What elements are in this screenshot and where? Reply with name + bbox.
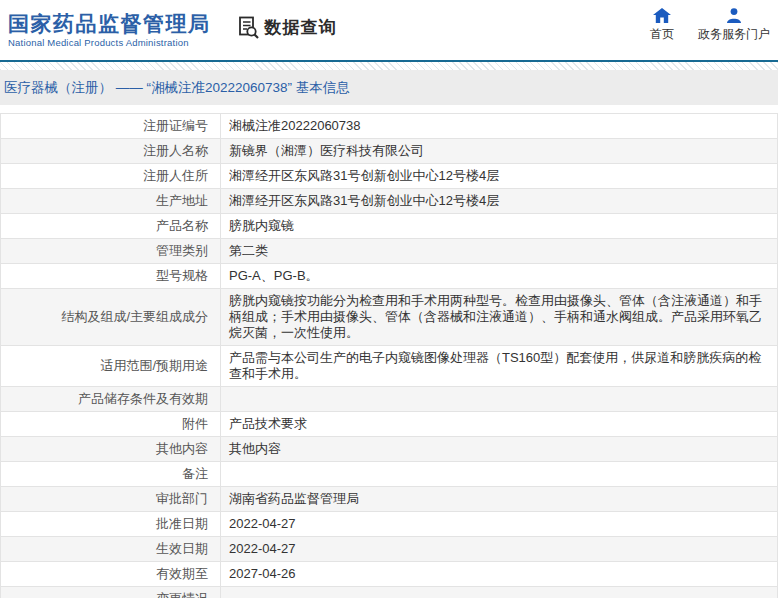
- row-label: 有效期至: [1, 562, 221, 587]
- row-value: 产品需与本公司生产的电子内窥镜图像处理器（TS160型）配套使用，供尿道和膀胱疾…: [221, 346, 778, 387]
- nav-portal[interactable]: 政务服务门户: [698, 8, 770, 43]
- row-value: 2022-04-27: [221, 537, 778, 562]
- row-value: [221, 387, 778, 412]
- row-value: 膀胱内窥镜按功能分为检查用和手术用两种型号。检查用由摄像头、管体（含注液通道）和…: [221, 289, 778, 346]
- row-value: PG-A、PG-B。: [221, 264, 778, 289]
- hatch-decoration: [0, 62, 778, 70]
- row-value: 第二类: [221, 239, 778, 264]
- nav-home[interactable]: 首页: [650, 8, 674, 43]
- table-row: 批准日期2022-04-27: [1, 512, 778, 537]
- nav-portal-label: 政务服务门户: [698, 26, 770, 43]
- table-row: 变更情况: [1, 587, 778, 598]
- row-label: 备注: [1, 462, 221, 487]
- table-row: 产品储存条件及有效期: [1, 387, 778, 412]
- breadcrumb-bar: 医疗器械（注册） —— “湘械注准20222060738” 基本信息: [0, 70, 778, 105]
- row-value: [221, 587, 778, 598]
- row-value: 湘潭经开区东风路31号创新创业中心12号楼4层: [221, 164, 778, 189]
- table-row: 附件产品技术要求: [1, 412, 778, 437]
- row-value: 新镜界（湘潭）医疗科技有限公司: [221, 139, 778, 164]
- header: 国家药品监督管理局 National Medical Products Admi…: [0, 0, 778, 60]
- table-row: 管理类别第二类: [1, 239, 778, 264]
- top-nav: 首页 政务服务门户: [650, 8, 770, 43]
- row-label: 管理类别: [1, 239, 221, 264]
- row-label: 附件: [1, 412, 221, 437]
- table-row: 备注: [1, 462, 778, 487]
- row-value: 产品技术要求: [221, 412, 778, 437]
- logo-title: 国家药品监督管理局: [8, 12, 211, 36]
- home-icon: [653, 8, 671, 23]
- row-label: 变更情况: [1, 587, 221, 598]
- row-label: 适用范围/预期用途: [1, 346, 221, 387]
- row-label: 型号规格: [1, 264, 221, 289]
- data-query-tab[interactable]: 数据查询: [237, 15, 337, 40]
- table-row: 产品名称膀胱内窥镜: [1, 214, 778, 239]
- row-value: 其他内容: [221, 437, 778, 462]
- row-label: 注册人名称: [1, 139, 221, 164]
- table-row: 审批部门湖南省药品监督管理局: [1, 487, 778, 512]
- table-row: 注册证编号湘械注准20222060738: [1, 114, 778, 139]
- row-label: 批准日期: [1, 512, 221, 537]
- table-row: 其他内容其他内容: [1, 437, 778, 462]
- breadcrumb: 医疗器械（注册） —— “湘械注准20222060738” 基本信息: [4, 79, 350, 97]
- logo-subtitle: National Medical Products Administration: [8, 37, 211, 48]
- nav-home-label: 首页: [650, 26, 674, 43]
- row-value: 湖南省药品监督管理局: [221, 487, 778, 512]
- table-row: 注册人名称新镜界（湘潭）医疗科技有限公司: [1, 139, 778, 164]
- row-value: [221, 462, 778, 487]
- nmpa-logo[interactable]: 国家药品监督管理局 National Medical Products Admi…: [8, 12, 211, 48]
- data-query-icon: [237, 15, 260, 40]
- row-label: 生产地址: [1, 189, 221, 214]
- row-label: 注册人住所: [1, 164, 221, 189]
- data-query-label: 数据查询: [265, 16, 337, 39]
- table-row: 型号规格PG-A、PG-B。: [1, 264, 778, 289]
- table-row: 有效期至2027-04-26: [1, 562, 778, 587]
- user-icon: [726, 8, 742, 23]
- row-label: 审批部门: [1, 487, 221, 512]
- row-value: 2022-04-27: [221, 512, 778, 537]
- table-row: 注册人住所湘潭经开区东风路31号创新创业中心12号楼4层: [1, 164, 778, 189]
- registration-info-table: 注册证编号湘械注准20222060738注册人名称新镜界（湘潭）医疗科技有限公司…: [0, 113, 778, 598]
- row-label: 结构及组成/主要组成成分: [1, 289, 221, 346]
- row-value: 膀胱内窥镜: [221, 214, 778, 239]
- row-label: 产品名称: [1, 214, 221, 239]
- row-label: 注册证编号: [1, 114, 221, 139]
- table-row: 适用范围/预期用途产品需与本公司生产的电子内窥镜图像处理器（TS160型）配套使…: [1, 346, 778, 387]
- table-row: 结构及组成/主要组成成分膀胱内窥镜按功能分为检查用和手术用两种型号。检查用由摄像…: [1, 289, 778, 346]
- info-table-body: 注册证编号湘械注准20222060738注册人名称新镜界（湘潭）医疗科技有限公司…: [1, 114, 778, 598]
- row-value: 湘潭经开区东风路31号创新创业中心12号楼4层: [221, 189, 778, 214]
- row-value: 2027-04-26: [221, 562, 778, 587]
- row-value: 湘械注准20222060738: [221, 114, 778, 139]
- row-label: 产品储存条件及有效期: [1, 387, 221, 412]
- table-row: 生产地址湘潭经开区东风路31号创新创业中心12号楼4层: [1, 189, 778, 214]
- table-row: 生效日期2022-04-27: [1, 537, 778, 562]
- row-label: 其他内容: [1, 437, 221, 462]
- row-label: 生效日期: [1, 537, 221, 562]
